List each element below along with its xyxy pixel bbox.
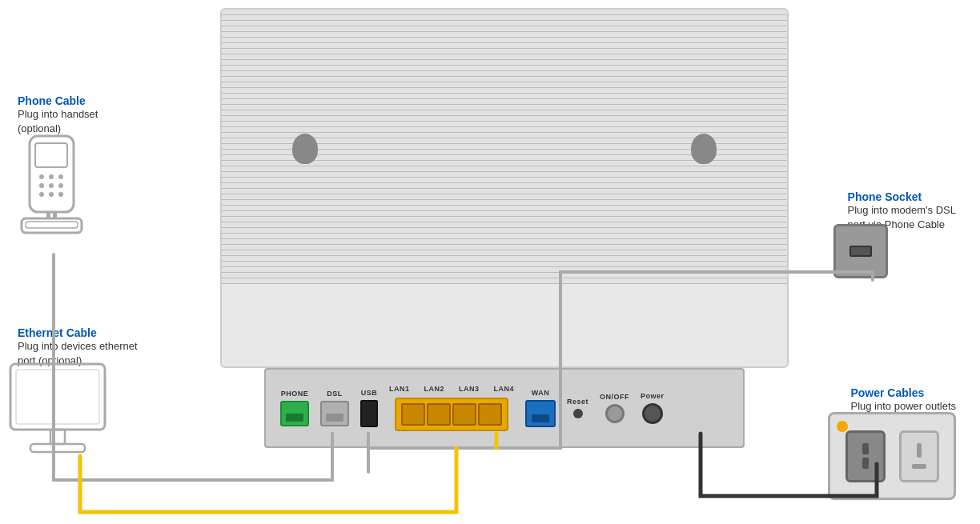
port-lan4 bbox=[478, 403, 502, 426]
svg-rect-16 bbox=[16, 370, 99, 424]
port-group-wan: WAN bbox=[525, 389, 556, 427]
power-cables-title: Power Cables bbox=[850, 386, 956, 399]
port-lan1 bbox=[401, 403, 425, 426]
svg-point-8 bbox=[39, 192, 44, 197]
monitor-illustration bbox=[6, 360, 110, 464]
port-label-lan1: LAN1 bbox=[389, 385, 410, 393]
outlet-indicator bbox=[837, 421, 848, 432]
port-label-lan3: LAN3 bbox=[459, 385, 480, 393]
port-panel: PHONE DSL USB LAN1 LAN2 LAN3 LAN4 WAN bbox=[264, 368, 745, 448]
ethernet-cable-title: Ethernet Cable bbox=[18, 326, 138, 339]
svg-point-9 bbox=[49, 192, 54, 197]
port-label-reset: Reset bbox=[567, 398, 588, 406]
phone-cable-title: Phone Cable bbox=[18, 94, 98, 107]
port-phone-inner bbox=[286, 414, 303, 422]
port-phone bbox=[280, 401, 309, 426]
port-wan-inner bbox=[532, 414, 549, 422]
svg-point-3 bbox=[49, 174, 54, 179]
phone-socket-title: Phone Socket bbox=[848, 190, 956, 203]
svg-rect-12 bbox=[26, 222, 78, 228]
svg-rect-15 bbox=[10, 364, 105, 430]
plug-prong-left bbox=[862, 443, 869, 454]
svg-point-4 bbox=[58, 174, 63, 179]
port-label-lan4: LAN4 bbox=[494, 385, 515, 393]
port-label-usb: USB bbox=[361, 389, 378, 397]
port-group-onoff: ON/OFF bbox=[600, 393, 629, 423]
port-group-dsl: DSL bbox=[320, 390, 349, 426]
port-usb bbox=[360, 400, 378, 427]
port-dsl bbox=[320, 401, 349, 426]
power-port bbox=[642, 403, 663, 424]
svg-point-6 bbox=[49, 183, 54, 188]
lan-container bbox=[395, 398, 508, 431]
port-group-reset: Reset bbox=[567, 398, 588, 418]
port-group-phone: PHONE bbox=[280, 390, 309, 426]
port-group-lan: LAN1 LAN2 LAN3 LAN4 bbox=[389, 385, 514, 431]
port-lan2 bbox=[427, 403, 451, 426]
reset-button[interactable] bbox=[573, 409, 583, 418]
power-outlet-illustration bbox=[828, 412, 956, 500]
router-foot-right bbox=[691, 134, 717, 164]
phone-cable-label: Phone Cable Plug into handset (optional) bbox=[18, 94, 98, 136]
svg-rect-11 bbox=[22, 218, 82, 233]
outlet-socket-face bbox=[899, 430, 939, 482]
svg-rect-13 bbox=[46, 212, 50, 218]
svg-point-5 bbox=[39, 183, 44, 188]
socket-slot-horizontal bbox=[912, 464, 926, 469]
port-label-power: Power bbox=[641, 392, 665, 400]
svg-point-10 bbox=[58, 192, 63, 197]
port-label-lan2: LAN2 bbox=[424, 385, 445, 393]
port-label-wan: WAN bbox=[532, 389, 550, 397]
svg-point-2 bbox=[39, 174, 44, 179]
svg-point-7 bbox=[58, 183, 63, 188]
router-foot-left bbox=[292, 134, 318, 164]
plug-prong-right bbox=[862, 458, 869, 469]
onoff-button[interactable] bbox=[605, 404, 625, 423]
port-group-usb: USB bbox=[360, 389, 378, 427]
port-lan3 bbox=[452, 403, 476, 426]
svg-rect-17 bbox=[50, 430, 65, 444]
svg-rect-14 bbox=[53, 212, 57, 218]
phone-handset-illustration bbox=[18, 132, 90, 256]
power-cables-label: Power Cables Plug into power outlets bbox=[850, 386, 956, 414]
socket-hole bbox=[849, 246, 872, 257]
svg-rect-1 bbox=[35, 143, 67, 167]
socket-slot-vertical bbox=[917, 443, 922, 458]
svg-rect-18 bbox=[30, 444, 85, 452]
port-dsl-inner bbox=[326, 414, 343, 422]
port-label-dsl: DSL bbox=[327, 390, 343, 398]
port-label-onoff: ON/OFF bbox=[600, 393, 629, 401]
router-body bbox=[220, 8, 789, 368]
port-wan bbox=[525, 400, 556, 427]
router-vents bbox=[222, 10, 787, 330]
port-group-power: Power bbox=[641, 392, 665, 424]
outlet-plug bbox=[845, 430, 886, 482]
phone-socket-illustration bbox=[833, 224, 888, 278]
port-label-phone: PHONE bbox=[281, 390, 309, 398]
